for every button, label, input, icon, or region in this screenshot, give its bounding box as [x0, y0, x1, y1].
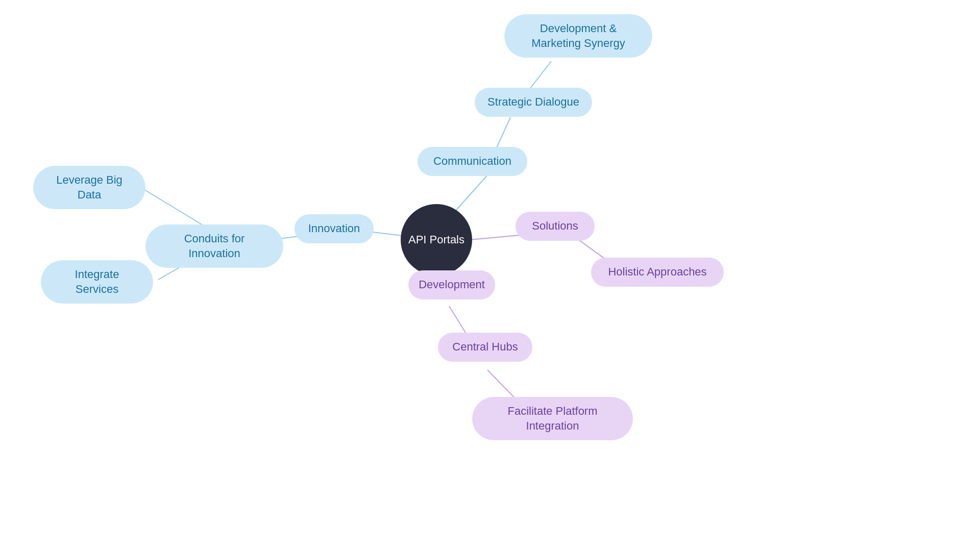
communication-node[interactable]: Communication — [418, 147, 527, 176]
central-hubs-node[interactable]: Central Hubs — [438, 333, 532, 362]
conduits-node[interactable]: Conduits for Innovation — [145, 224, 283, 268]
holistic-node[interactable]: Holistic Approaches — [591, 258, 724, 287]
center-node[interactable]: API Portals — [401, 204, 472, 276]
strategic-node[interactable]: Strategic Dialogue — [475, 88, 592, 117]
dev-marketing-node[interactable]: Development & Marketing Synergy — [504, 14, 652, 58]
facilitate-node[interactable]: Facilitate Platform Integration — [472, 397, 633, 440]
integrate-node[interactable]: Integrate Services — [41, 260, 153, 304]
development-node[interactable]: Development — [408, 270, 495, 299]
solutions-node[interactable]: Solutions — [516, 212, 595, 241]
innovation-node[interactable]: Innovation — [295, 214, 374, 243]
leverage-node[interactable]: Leverage Big Data — [33, 166, 145, 209]
